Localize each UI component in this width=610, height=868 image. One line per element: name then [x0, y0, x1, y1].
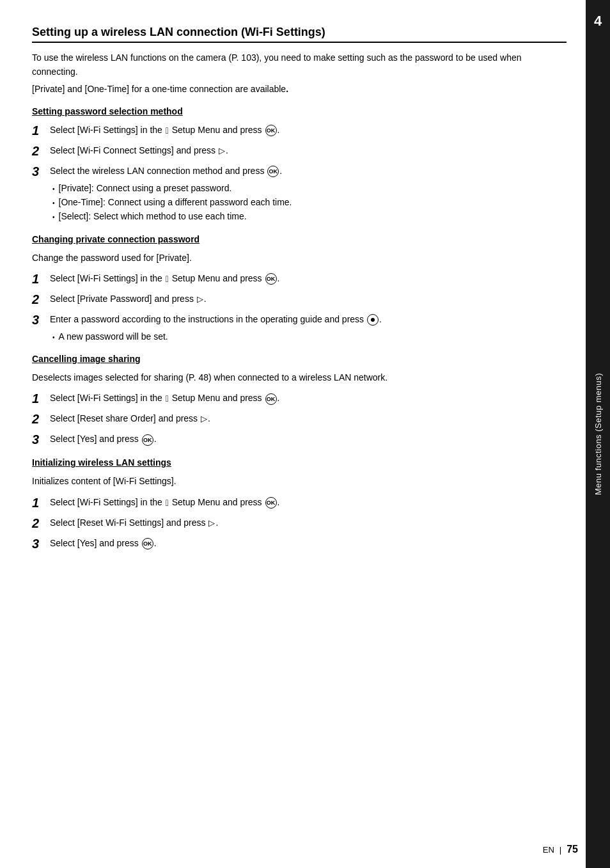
step-3-1: 1 Select [Wi-Fi Settings] in the 𝒡 Setup…: [32, 391, 567, 406]
section-intro: Change the password used for [Private].: [32, 251, 567, 265]
step-1-3: 3 Select the wireless LAN connection met…: [32, 164, 567, 224]
page-number: 75: [567, 844, 578, 855]
sidebar-text: Menu functions (Setup menus): [593, 373, 603, 495]
step-4-2: 2 Select [Reset Wi-Fi Settings] and pres…: [32, 516, 567, 531]
step-number: 2: [32, 292, 45, 307]
step-text: Select [Reset share Order] and press ▷.: [50, 411, 567, 426]
intro-line2: [Private] and [One-Time] for a one-time …: [32, 82, 567, 96]
setup-icon: 𝒡: [166, 272, 169, 286]
step-text: Select [Wi-Fi Settings] in the 𝒡 Setup M…: [50, 123, 567, 138]
arrow-icon: ▷: [201, 413, 207, 426]
arrow-icon: ▷: [219, 145, 225, 158]
bullet-item: •[Select]: Select which method to use ea…: [52, 209, 567, 223]
step-text: Select [Reset Wi-Fi Settings] and press …: [50, 516, 567, 530]
arrow-icon: ▷: [208, 517, 215, 530]
step-number: 1: [32, 391, 45, 406]
section-initializing: Initializing wireless LAN settings Initi…: [32, 457, 567, 551]
step-number: 2: [32, 516, 45, 531]
step-text: Select the wireless LAN connection metho…: [50, 164, 567, 224]
step-1-2: 2 Select [Wi-Fi Connect Settings] and pr…: [32, 143, 567, 159]
step-text: Select [Wi-Fi Settings] in the 𝒡 Setup M…: [50, 391, 567, 406]
bullet-item: •[Private]: Connect using a preset passw…: [52, 181, 567, 195]
steps-list-4: 1 Select [Wi-Fi Settings] in the 𝒡 Setup…: [32, 495, 567, 551]
step-2-1: 1 Select [Wi-Fi Settings] in the 𝒡 Setup…: [32, 271, 567, 287]
ok-icon: OK: [142, 434, 153, 446]
step-2-2: 2 Select [Private Password] and press ▷.: [32, 292, 567, 307]
setup-icon: 𝒡: [166, 391, 169, 406]
step-text: Select [Yes] and press OK.: [50, 536, 567, 550]
step-3-3: 3 Select [Yes] and press OK.: [32, 432, 567, 447]
setup-icon: 𝒡: [166, 496, 169, 510]
step-3-2: 2 Select [Reset share Order] and press ▷…: [32, 411, 567, 427]
section-heading-changing: Changing private connection password: [32, 234, 567, 244]
step-text: Select [Wi-Fi Connect Settings] and pres…: [50, 143, 567, 158]
sidebar: 4 Menu functions (Setup menus): [586, 0, 610, 868]
bullet-dot: •: [52, 198, 55, 209]
step-text: Select [Yes] and press OK.: [50, 432, 567, 446]
step-number: 3: [32, 312, 45, 327]
ok-icon: OK: [267, 166, 279, 177]
step-2-3: 3 Enter a password according to the inst…: [32, 312, 567, 343]
step-text: Enter a password according to the instru…: [50, 312, 567, 343]
bullet-dot: •: [52, 212, 55, 223]
bullet-list: •[Private]: Connect using a preset passw…: [52, 181, 567, 224]
section-heading-init: Initializing wireless LAN settings: [32, 457, 567, 468]
steps-list-2: 1 Select [Wi-Fi Settings] in the 𝒡 Setup…: [32, 271, 567, 343]
intro-line1: To use the wireless LAN functions on the…: [32, 51, 567, 79]
bullet-item: •A new password will be set.: [52, 329, 567, 343]
section-setting-password: Setting password selection method 1 Sele…: [32, 106, 567, 224]
ok-icon: OK: [265, 497, 277, 509]
main-content: Setting up a wireless LAN connection (Wi…: [0, 0, 586, 868]
step-text: Select [Wi-Fi Settings] in the 𝒡 Setup M…: [50, 495, 567, 510]
bullet-item: •[One-Time]: Connect using a different p…: [52, 195, 567, 209]
section-intro: Initializes content of [Wi-Fi Settings].: [32, 474, 567, 488]
step-text: Select [Private Password] and press ▷.: [50, 292, 567, 306]
pipe-separator: |: [559, 845, 561, 855]
arrow-icon: ▷: [197, 293, 203, 306]
step-number: 3: [32, 432, 45, 447]
step-number: 3: [32, 536, 45, 551]
bullet-dot: •: [52, 333, 55, 343]
setup-icon: 𝒡: [166, 123, 169, 138]
step-1-1: 1 Select [Wi-Fi Settings] in the 𝒡 Setup…: [32, 123, 567, 138]
section-heading-cancelling: Cancelling image sharing: [32, 354, 567, 364]
bullet-list: •A new password will be set.: [52, 329, 567, 343]
step-number: 1: [32, 271, 45, 287]
en-label: EN: [543, 845, 554, 855]
steps-list-1: 1 Select [Wi-Fi Settings] in the 𝒡 Setup…: [32, 123, 567, 224]
sidebar-number: 4: [594, 13, 602, 29]
circle-dot-icon: [367, 314, 379, 326]
step-number: 1: [32, 123, 45, 138]
bullet-dot: •: [52, 184, 55, 195]
section-cancelling: Cancelling image sharing Deselects image…: [32, 354, 567, 447]
step-number: 3: [32, 164, 45, 179]
section-changing-password: Changing private connection password Cha…: [32, 234, 567, 343]
section-intro: Deselects images selected for sharing (P…: [32, 370, 567, 384]
page-number-area: EN | 75: [543, 844, 578, 855]
step-4-1: 1 Select [Wi-Fi Settings] in the 𝒡 Setup…: [32, 495, 567, 510]
step-4-3: 3 Select [Yes] and press OK.: [32, 536, 567, 551]
main-title: Setting up a wireless LAN connection (Wi…: [32, 26, 567, 43]
steps-list-3: 1 Select [Wi-Fi Settings] in the 𝒡 Setup…: [32, 391, 567, 447]
ok-icon: OK: [265, 393, 277, 405]
ok-icon: OK: [265, 273, 277, 285]
page-container: Setting up a wireless LAN connection (Wi…: [0, 0, 610, 868]
ok-icon: OK: [265, 125, 277, 136]
step-number: 1: [32, 495, 45, 510]
step-text: Select [Wi-Fi Settings] in the 𝒡 Setup M…: [50, 271, 567, 286]
ok-icon: OK: [142, 538, 153, 549]
step-number: 2: [32, 411, 45, 427]
section-heading-password: Setting password selection method: [32, 106, 567, 116]
step-number: 2: [32, 143, 45, 159]
